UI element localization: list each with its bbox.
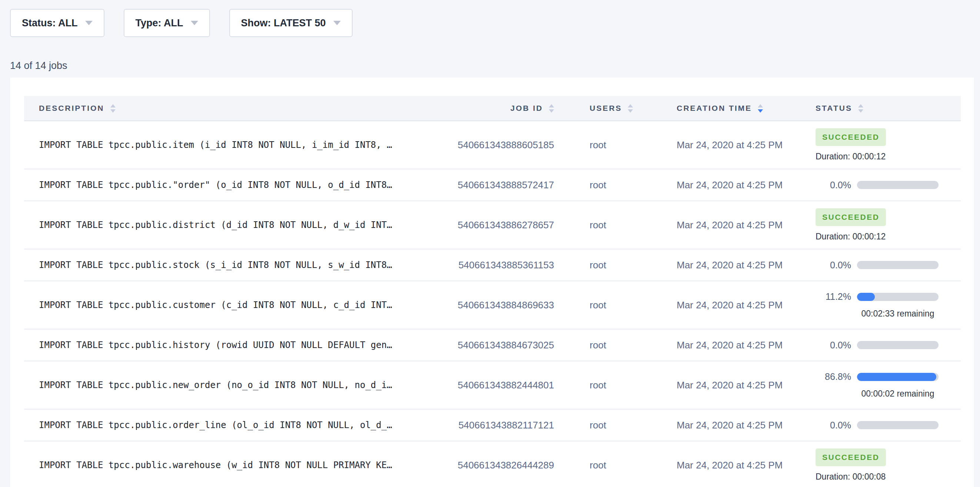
- jobs-count-summary: 14 of 14 jobs: [10, 60, 970, 72]
- job-status-cell: 0.0%: [816, 409, 961, 441]
- job-description-cell: IMPORT TABLE tpcc.public.stock (s_i_id I…: [24, 249, 455, 281]
- table-row: IMPORT TABLE tpcc.public.district (d_id …: [24, 201, 961, 249]
- progress-bar-fill: [857, 293, 875, 301]
- progress-line: 0.0%: [816, 420, 961, 431]
- jobs-table-card: DESCRIPTION JOB ID USERS: [10, 77, 974, 487]
- job-description-cell: IMPORT TABLE tpcc.public."order" (o_id I…: [24, 169, 455, 201]
- time-remaining: 00:00:02 remaining: [857, 389, 939, 399]
- job-description-cell: IMPORT TABLE tpcc.public.district (d_id …: [24, 201, 455, 249]
- progress-percent: 86.8%: [816, 371, 851, 382]
- job-id-cell: 540661343886278657: [455, 201, 555, 249]
- job-status-cell: 86.8%00:00:02 remaining: [816, 361, 961, 409]
- job-duration: Duration: 00:00:12: [816, 232, 961, 242]
- table-header-row: DESCRIPTION JOB ID USERS: [24, 96, 961, 121]
- job-user-cell: root: [555, 329, 677, 361]
- progress-bar-fill: [857, 373, 936, 381]
- job-id-cell: 540661343882117121: [455, 409, 555, 441]
- progress-percent: 11.2%: [816, 291, 851, 302]
- job-creation-time-cell: Mar 24, 2020 at 4:25 PM: [677, 201, 816, 249]
- job-description-cell: IMPORT TABLE tpcc.public.history (rowid …: [24, 329, 455, 361]
- jobs-table: DESCRIPTION JOB ID USERS: [24, 96, 961, 487]
- job-id-cell: 540661343882444801: [455, 361, 555, 409]
- progress-line: 86.8%: [816, 371, 961, 382]
- job-id-cell: 540661343884869633: [455, 281, 555, 329]
- job-user-cell: root: [555, 281, 677, 329]
- job-description-cell: IMPORT TABLE tpcc.public.new_order (no_o…: [24, 361, 455, 409]
- job-creation-time-cell: Mar 24, 2020 at 4:25 PM: [677, 281, 816, 329]
- job-creation-time-cell: Mar 24, 2020 at 4:25 PM: [677, 329, 816, 361]
- type-filter-dropdown[interactable]: Type: ALL: [124, 9, 210, 37]
- job-creation-time-cell: Mar 24, 2020 at 4:25 PM: [677, 441, 816, 487]
- table-row: IMPORT TABLE tpcc.public.item (i_id INT8…: [24, 121, 961, 169]
- progress-line: 0.0%: [816, 260, 961, 271]
- status-badge: SUCCEEDED: [816, 449, 886, 466]
- progress-bar-track: [857, 421, 939, 429]
- column-header-users[interactable]: USERS: [555, 96, 677, 121]
- table-row: IMPORT TABLE tpcc.public.customer (c_id …: [24, 281, 961, 329]
- job-id-cell: 540661343885361153: [455, 249, 555, 281]
- job-creation-time-cell: Mar 24, 2020 at 4:25 PM: [677, 169, 816, 201]
- progress-percent: 0.0%: [816, 180, 851, 190]
- time-remaining: 00:02:33 remaining: [857, 309, 939, 319]
- job-user-cell: root: [555, 249, 677, 281]
- job-user-cell: root: [555, 201, 677, 249]
- job-creation-time-cell: Mar 24, 2020 at 4:25 PM: [677, 121, 816, 169]
- sort-icon: [110, 104, 116, 113]
- column-header-status[interactable]: STATUS: [816, 96, 961, 121]
- job-status-cell: SUCCEEDEDDuration: 00:00:12: [816, 201, 961, 249]
- table-row: IMPORT TABLE tpcc.public.new_order (no_o…: [24, 361, 961, 409]
- show-filter-dropdown[interactable]: Show: LATEST 50: [229, 9, 353, 37]
- progress-line: 0.0%: [816, 340, 961, 351]
- sort-icon: [628, 104, 633, 113]
- progress-line: 0.0%: [816, 180, 961, 190]
- job-user-cell: root: [555, 409, 677, 441]
- job-description-cell: IMPORT TABLE tpcc.public.order_line (ol_…: [24, 409, 455, 441]
- job-user-cell: root: [555, 361, 677, 409]
- job-description-cell: IMPORT TABLE tpcc.public.item (i_id INT8…: [24, 121, 455, 169]
- chevron-down-icon: [191, 21, 198, 25]
- progress-bar-track: [857, 261, 939, 269]
- job-status-cell: SUCCEEDEDDuration: 00:00:12: [816, 121, 961, 169]
- progress-percent: 0.0%: [816, 340, 851, 351]
- sort-icon-active-desc: [758, 104, 763, 113]
- job-description-cell: IMPORT TABLE tpcc.public.warehouse (w_id…: [24, 441, 455, 487]
- progress-percent: 0.0%: [816, 260, 851, 271]
- filter-bar: Status: ALL Type: ALL Show: LATEST 50: [10, 9, 970, 37]
- job-id-cell: 540661343884673025: [455, 329, 555, 361]
- status-badge: SUCCEEDED: [816, 208, 886, 226]
- show-filter-label: Show: LATEST 50: [241, 18, 326, 29]
- table-row: IMPORT TABLE tpcc.public.order_line (ol_…: [24, 409, 961, 441]
- job-id-cell: 540661343826444289: [455, 441, 555, 487]
- job-user-cell: root: [555, 441, 677, 487]
- job-status-cell: SUCCEEDEDDuration: 00:00:08: [816, 441, 961, 487]
- jobs-page: Status: ALL Type: ALL Show: LATEST 50 14…: [0, 0, 980, 487]
- column-header-description[interactable]: DESCRIPTION: [24, 96, 455, 121]
- progress-bar-track: [857, 373, 939, 381]
- job-id-cell: 540661343888605185: [455, 121, 555, 169]
- job-creation-time-cell: Mar 24, 2020 at 4:25 PM: [677, 409, 816, 441]
- table-row: IMPORT TABLE tpcc.public.history (rowid …: [24, 329, 961, 361]
- status-filter-dropdown[interactable]: Status: ALL: [10, 9, 105, 37]
- progress-line: 11.2%: [816, 291, 961, 302]
- job-creation-time-cell: Mar 24, 2020 at 4:25 PM: [677, 249, 816, 281]
- progress-bar-track: [857, 341, 939, 349]
- job-duration: Duration: 00:00:08: [816, 472, 961, 482]
- chevron-down-icon: [333, 21, 341, 25]
- sort-icon: [858, 104, 863, 113]
- table-row: IMPORT TABLE tpcc.public.warehouse (w_id…: [24, 441, 961, 487]
- job-status-cell: 11.2%00:02:33 remaining: [816, 281, 961, 329]
- progress-percent: 0.0%: [816, 420, 851, 431]
- job-status-cell: 0.0%: [816, 329, 961, 361]
- progress-bar-track: [857, 293, 939, 301]
- chevron-down-icon: [85, 21, 92, 25]
- job-id-cell: 540661343888572417: [455, 169, 555, 201]
- job-description-cell: IMPORT TABLE tpcc.public.customer (c_id …: [24, 281, 455, 329]
- table-row: IMPORT TABLE tpcc.public."order" (o_id I…: [24, 169, 961, 201]
- job-user-cell: root: [555, 169, 677, 201]
- job-status-cell: 0.0%: [816, 169, 961, 201]
- progress-bar-track: [857, 181, 939, 189]
- job-duration: Duration: 00:00:12: [816, 152, 961, 161]
- column-header-job-id[interactable]: JOB ID: [455, 96, 555, 121]
- table-row: IMPORT TABLE tpcc.public.stock (s_i_id I…: [24, 249, 961, 281]
- column-header-creation-time[interactable]: CREATION TIME: [677, 96, 816, 121]
